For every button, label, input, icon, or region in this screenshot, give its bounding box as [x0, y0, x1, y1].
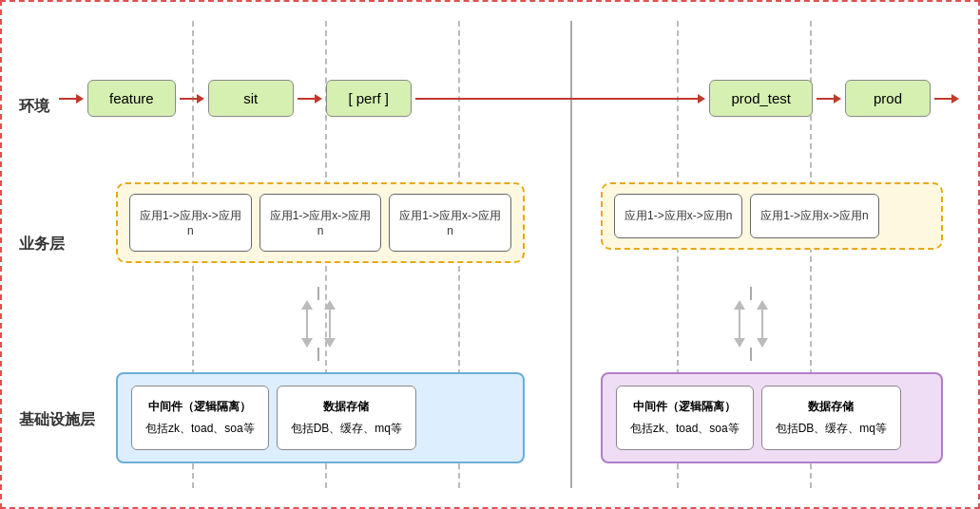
label-infra: 基础设施层	[19, 410, 95, 430]
infra-group-left: 中间件（逻辑隔离） 包括zk、toad、soa等 数据存储 包括DB、缓存、mq…	[116, 372, 525, 463]
biz-item-left-2: 应用1->应用x->应用n	[259, 194, 382, 252]
env-row: feature sit [ perf ] prod_test prod	[59, 80, 959, 117]
infra-item-right-sub-2: 包括DB、缓存、mq等	[776, 420, 887, 438]
infra-item-right-middleware: 中间件（逻辑隔离） 包括zk、toad、soa等	[616, 386, 754, 450]
infra-group-right: 中间件（逻辑隔离） 包括zk、toad、soa等 数据存储 包括DB、缓存、mq…	[601, 372, 943, 463]
biz-group-left: 应用1->应用x->应用n 应用1->应用x->应用n 应用1->应用x->应用…	[116, 182, 525, 263]
env-box-perf: [ perf ]	[326, 80, 412, 117]
main-container: 环境 业务层 基础设施层 feature sit [ perf ] prod_t…	[0, 0, 980, 509]
long-arrow	[415, 94, 706, 104]
biz-group-right: 应用1->应用x->应用n 应用1->应用x->应用n	[601, 182, 943, 250]
arrow-1	[180, 94, 204, 104]
infra-item-right-storage: 数据存储 包括DB、缓存、mq等	[761, 386, 901, 450]
infra-item-sub: 包括zk、toad、soa等	[145, 420, 255, 438]
biz-item-left-1: 应用1->应用x->应用n	[129, 194, 252, 252]
biz-item-right-1: 应用1->应用x->应用n	[614, 194, 742, 238]
infra-item-left-middleware: 中间件（逻辑隔离） 包括zk、toad、soa等	[131, 386, 269, 450]
start-arrow	[59, 94, 84, 104]
env-box-prod-test: prod_test	[709, 80, 813, 117]
biz-item-right-2: 应用1->应用x->应用n	[750, 194, 878, 238]
arrow-2	[298, 94, 322, 104]
double-arrow-left	[301, 287, 336, 361]
double-arrow-right	[734, 287, 768, 361]
env-box-sit: sit	[208, 80, 294, 117]
infra-item-right-sub: 包括zk、toad、soa等	[630, 420, 740, 438]
label-biz: 业务层	[19, 235, 65, 254]
arrow-4	[817, 94, 841, 104]
biz-item-left-3: 应用1->应用x->应用n	[389, 194, 511, 252]
label-env: 环境	[19, 97, 49, 117]
infra-item-title: 中间件（逻辑隔离）	[145, 398, 255, 416]
infra-item-right-title-2: 数据存储	[776, 398, 887, 416]
env-box-prod: prod	[845, 80, 931, 117]
infra-item-left-storage: 数据存储 包括DB、缓存、mq等	[277, 386, 416, 450]
infra-item-title-2: 数据存储	[291, 398, 402, 416]
end-arrow	[934, 94, 959, 104]
env-box-feature: feature	[87, 80, 176, 117]
infra-item-sub-2: 包括DB、缓存、mq等	[291, 420, 402, 438]
infra-item-right-title: 中间件（逻辑隔离）	[630, 398, 740, 416]
